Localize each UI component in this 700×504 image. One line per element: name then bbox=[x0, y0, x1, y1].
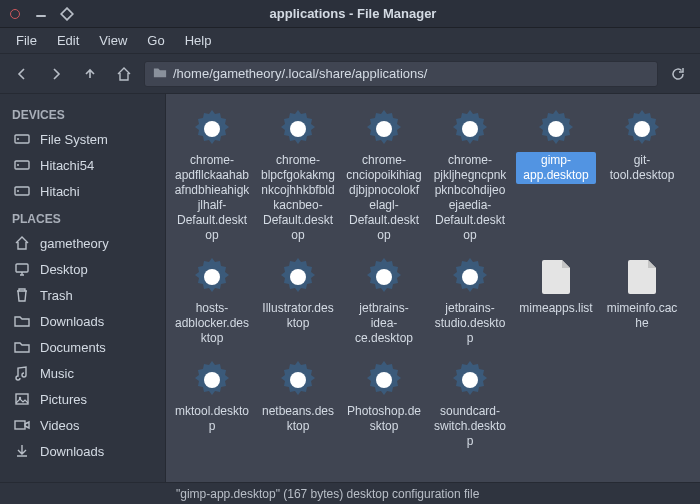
menu-view[interactable]: View bbox=[91, 30, 135, 51]
launcher-icon bbox=[191, 108, 233, 150]
sidebar-item-label: Music bbox=[40, 366, 74, 381]
launcher-icon bbox=[621, 108, 663, 150]
menu-go[interactable]: Go bbox=[139, 30, 172, 51]
titlebar: applications - File Manager bbox=[0, 0, 700, 28]
sidebar-item-label: Desktop bbox=[40, 262, 88, 277]
file-view[interactable]: chrome-apdfllckaahabafndbhieahigkjlhalf-… bbox=[166, 94, 700, 482]
launcher-icon bbox=[535, 108, 577, 150]
sidebar-item-label: gametheory bbox=[40, 236, 109, 251]
file-item[interactable]: netbeans.desktop bbox=[256, 355, 340, 456]
sidebar-item[interactable]: gametheory bbox=[0, 230, 165, 256]
file-item[interactable]: soundcard-switch.desktop bbox=[428, 355, 512, 456]
pictures-icon bbox=[14, 391, 30, 407]
sidebar-item-label: Pictures bbox=[40, 392, 87, 407]
window-minimize-button[interactable] bbox=[34, 7, 48, 21]
file-item[interactable]: gimp-app.desktop bbox=[514, 104, 598, 250]
svg-rect-9 bbox=[15, 421, 25, 429]
file-item[interactable]: chrome-blpcfgokakmgnkcojhhkbfbldkacnbeo-… bbox=[256, 104, 340, 250]
file-item[interactable]: mktool.desktop bbox=[170, 355, 254, 456]
launcher-icon bbox=[191, 256, 233, 298]
folder-icon bbox=[14, 313, 30, 329]
trash-icon bbox=[14, 287, 30, 303]
file-icon bbox=[535, 256, 577, 298]
sidebar-item[interactable]: Desktop bbox=[0, 256, 165, 282]
file-item[interactable]: git-tool.desktop bbox=[600, 104, 684, 250]
file-label: jetbrains-idea-ce.desktop bbox=[344, 300, 424, 347]
sidebar-item-label: Downloads bbox=[40, 444, 104, 459]
forward-button[interactable] bbox=[42, 60, 70, 88]
file-item[interactable]: Illustrator.desktop bbox=[256, 252, 340, 353]
sidebar-item[interactable]: Pictures bbox=[0, 386, 165, 412]
file-label: hosts-adblocker.desktop bbox=[172, 300, 252, 347]
svg-point-5 bbox=[17, 190, 19, 192]
file-label: netbeans.desktop bbox=[258, 403, 338, 435]
launcher-icon bbox=[277, 108, 319, 150]
drive-icon bbox=[14, 131, 30, 147]
file-label: mimeapps.list bbox=[517, 300, 594, 317]
download-icon bbox=[14, 443, 30, 459]
file-item[interactable]: chrome-apdfllckaahabafndbhieahigkjlhalf-… bbox=[170, 104, 254, 250]
file-label: Photoshop.desktop bbox=[344, 403, 424, 435]
file-item[interactable]: chrome-cnciopoikihiagdjbjpnocolokfelagl-… bbox=[342, 104, 426, 250]
file-icon bbox=[621, 256, 663, 298]
file-item[interactable]: mimeinfo.cache bbox=[600, 252, 684, 353]
launcher-icon bbox=[277, 359, 319, 401]
file-label: Illustrator.desktop bbox=[258, 300, 338, 332]
file-item[interactable]: hosts-adblocker.desktop bbox=[170, 252, 254, 353]
sidebar-item[interactable]: Hitachi54 bbox=[0, 152, 165, 178]
window-title: applications - File Manager bbox=[74, 6, 632, 21]
file-label: jetbrains-studio.desktop bbox=[430, 300, 510, 347]
sidebar-item-label: Trash bbox=[40, 288, 73, 303]
music-icon bbox=[14, 365, 30, 381]
svg-rect-6 bbox=[16, 264, 28, 272]
file-item[interactable]: chrome-pjkljhegncpnkpknbcohdijeoejaedia-… bbox=[428, 104, 512, 250]
sidebar-item[interactable]: Downloads bbox=[0, 438, 165, 464]
sidebar-item-label: File System bbox=[40, 132, 108, 147]
sidebar-item[interactable]: Music bbox=[0, 360, 165, 386]
desktop-icon bbox=[14, 261, 30, 277]
sidebar-item-label: Documents bbox=[40, 340, 106, 355]
status-text: "gimp-app.desktop" (167 bytes) desktop c… bbox=[176, 487, 479, 501]
home-button[interactable] bbox=[110, 60, 138, 88]
back-button[interactable] bbox=[8, 60, 36, 88]
sidebar[interactable]: DEVICESFile SystemHitachi54HitachiPLACES… bbox=[0, 94, 166, 482]
sidebar-item[interactable]: Documents bbox=[0, 334, 165, 360]
sidebar-item[interactable]: Videos bbox=[0, 412, 165, 438]
file-label: mimeinfo.cache bbox=[602, 300, 682, 332]
toolbar: /home/gametheory/.local/share/applicatio… bbox=[0, 54, 700, 94]
videos-icon bbox=[14, 417, 30, 433]
sidebar-item[interactable]: File System bbox=[0, 126, 165, 152]
file-item[interactable]: Photoshop.desktop bbox=[342, 355, 426, 456]
sidebar-item-label: Hitachi bbox=[40, 184, 80, 199]
file-item[interactable]: jetbrains-studio.desktop bbox=[428, 252, 512, 353]
file-label: mktool.desktop bbox=[172, 403, 252, 435]
location-path: /home/gametheory/.local/share/applicatio… bbox=[173, 66, 427, 81]
sidebar-item[interactable]: Trash bbox=[0, 282, 165, 308]
folder-icon bbox=[14, 339, 30, 355]
file-label: chrome-blpcfgokakmgnkcojhhkbfbldkacnbeo-… bbox=[258, 152, 338, 244]
sidebar-item[interactable]: Hitachi bbox=[0, 178, 165, 204]
location-bar[interactable]: /home/gametheory/.local/share/applicatio… bbox=[144, 61, 658, 87]
menu-edit[interactable]: Edit bbox=[49, 30, 87, 51]
file-item[interactable]: mimeapps.list bbox=[514, 252, 598, 353]
launcher-icon bbox=[277, 256, 319, 298]
home-icon bbox=[14, 235, 30, 251]
drive-icon bbox=[14, 183, 30, 199]
window-close-button[interactable] bbox=[8, 7, 22, 21]
file-item[interactable]: jetbrains-idea-ce.desktop bbox=[342, 252, 426, 353]
sidebar-section-header: DEVICES bbox=[0, 100, 165, 126]
launcher-icon bbox=[449, 108, 491, 150]
launcher-icon bbox=[191, 359, 233, 401]
file-label: chrome-apdfllckaahabafndbhieahigkjlhalf-… bbox=[172, 152, 252, 244]
sidebar-section-header: PLACES bbox=[0, 204, 165, 230]
launcher-icon bbox=[363, 108, 405, 150]
reload-button[interactable] bbox=[664, 60, 692, 88]
window-maximize-button[interactable] bbox=[60, 7, 74, 21]
menu-file[interactable]: File bbox=[8, 30, 45, 51]
sidebar-item[interactable]: Downloads bbox=[0, 308, 165, 334]
svg-point-3 bbox=[17, 164, 19, 166]
file-label: chrome-cnciopoikihiagdjbjpnocolokfelagl-… bbox=[344, 152, 424, 244]
up-button[interactable] bbox=[76, 60, 104, 88]
menu-help[interactable]: Help bbox=[177, 30, 220, 51]
launcher-icon bbox=[363, 359, 405, 401]
